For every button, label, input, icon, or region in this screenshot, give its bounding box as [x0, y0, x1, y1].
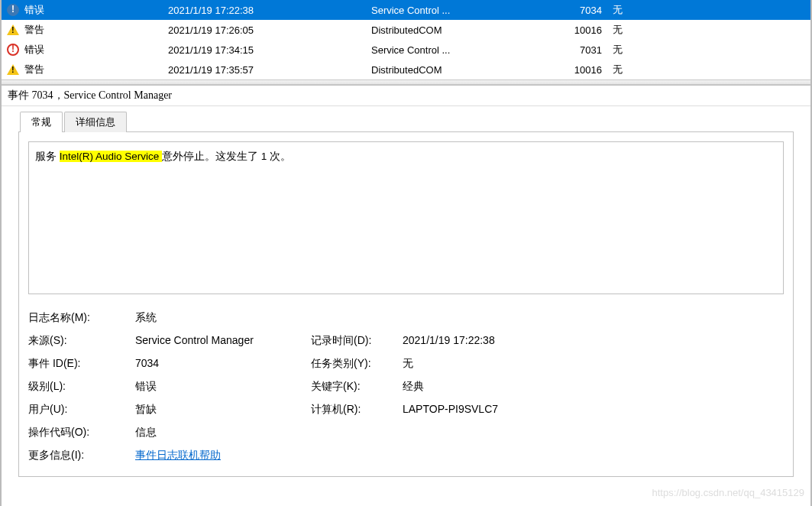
event-date: 2021/1/19 17:34:15: [168, 44, 371, 56]
warning-icon: [7, 64, 19, 75]
warning-icon: [7, 24, 19, 35]
event-task: 无: [608, 23, 810, 37]
moreinfo-link[interactable]: 事件日志联机帮助: [135, 449, 221, 461]
properties: 日志名称(M): 系统 来源(S): Service Control Manag…: [19, 303, 793, 476]
event-id: 7034: [562, 5, 608, 16]
detail-pane: 事件 7034，Service Control Manager 常规 详细信息 …: [2, 85, 810, 477]
tab-details[interactable]: 详细信息: [64, 112, 127, 132]
tabs: 常规 详细信息: [2, 106, 810, 131]
event-task: 无: [608, 43, 810, 57]
detail-title: 事件 7034，Service Control Manager: [2, 86, 810, 106]
logged-label: 记录时间(D):: [311, 334, 403, 348]
event-row[interactable]: 错误2021/1/19 17:22:38Service Control ...7…: [2, 0, 810, 20]
event-id: 7031: [562, 44, 608, 56]
user-label: 用户(U):: [28, 403, 135, 417]
event-source: DistributedCOM: [371, 64, 562, 76]
keywords-label: 关键字(K):: [311, 380, 403, 394]
tab-body: 服务 Intel(R) Audio Service 意外停止。这发生了 1 次。…: [18, 131, 794, 477]
desc-pre: 服务: [35, 151, 60, 162]
event-row[interactable]: 警告2021/1/19 17:35:57DistributedCOM10016无: [2, 60, 810, 79]
error-icon: [7, 44, 19, 56]
event-list[interactable]: 错误2021/1/19 17:22:38Service Control ...7…: [2, 0, 810, 79]
moreinfo-label: 更多信息(I):: [28, 449, 135, 462]
event-source: Service Control ...: [371, 44, 562, 56]
event-row[interactable]: 错误2021/1/19 17:34:15Service Control ...7…: [2, 40, 810, 60]
eventid-value: 7034: [135, 357, 311, 371]
opcode-value: 信息: [135, 426, 311, 440]
level-label: 级别(L):: [28, 380, 135, 394]
taskcat-value: 无: [403, 357, 784, 371]
log-name-value: 系统: [135, 311, 311, 325]
desc-post: 意外停止。这发生了 1 次。: [162, 151, 291, 162]
event-row[interactable]: 警告2021/1/19 17:26:05DistributedCOM10016无: [2, 20, 810, 40]
watermark: https://blog.csdn.net/qq_43415129: [652, 487, 805, 498]
event-task: 无: [608, 63, 810, 76]
logged-value: 2021/1/19 17:22:38: [403, 334, 784, 348]
computer-label: 计算机(R):: [311, 403, 403, 417]
level-value: 错误: [135, 380, 311, 394]
info-icon: [7, 4, 19, 16]
taskcat-label: 任务类别(Y):: [311, 357, 403, 371]
log-name-label: 日志名称(M):: [28, 311, 135, 325]
tab-general[interactable]: 常规: [20, 112, 63, 132]
event-level: 警告: [24, 63, 168, 76]
desc-highlight: Intel(R) Audio Service: [60, 151, 162, 162]
event-date: 2021/1/19 17:26:05: [168, 24, 371, 36]
description-box: 服务 Intel(R) Audio Service 意外停止。这发生了 1 次。: [28, 141, 784, 294]
event-level: 错误: [24, 3, 168, 17]
splitter[interactable]: [2, 79, 810, 85]
computer-value: LAPTOP-PI9SVLC7: [403, 403, 784, 417]
event-level: 错误: [24, 43, 168, 57]
event-id: 10016: [562, 24, 608, 36]
source-value: Service Control Manager: [135, 334, 311, 348]
event-source: Service Control ...: [371, 5, 562, 16]
event-id: 10016: [562, 64, 608, 76]
event-date: 2021/1/19 17:35:57: [168, 64, 371, 76]
keywords-value: 经典: [403, 380, 784, 394]
event-task: 无: [608, 3, 810, 17]
event-source: DistributedCOM: [371, 24, 562, 36]
event-level: 警告: [24, 23, 168, 37]
event-date: 2021/1/19 17:22:38: [168, 5, 371, 16]
eventid-label: 事件 ID(E):: [28, 357, 135, 371]
opcode-label: 操作代码(O):: [28, 426, 135, 440]
source-label: 来源(S):: [28, 334, 135, 348]
user-value: 暂缺: [135, 403, 311, 417]
